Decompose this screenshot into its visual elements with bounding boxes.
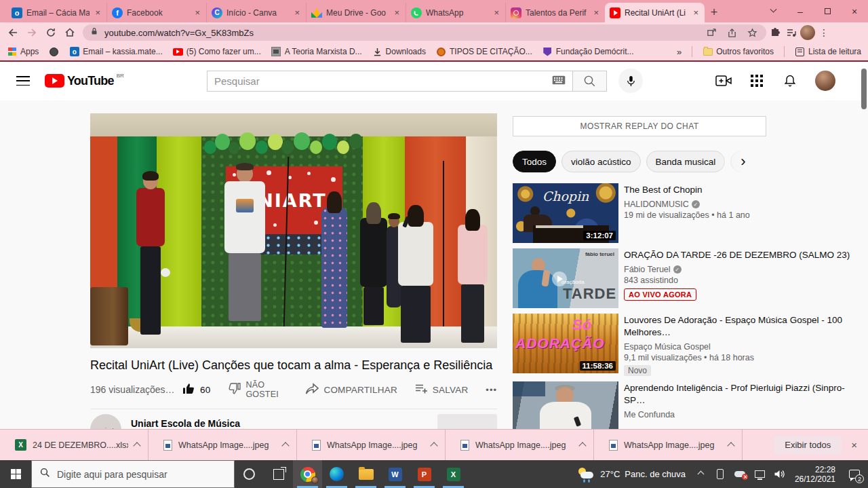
tab-canva[interactable]: C Início - Canva ×: [206, 3, 306, 22]
suggested-video-adoracao[interactable]: Só ADORAÇÃO 11:58:36 Louvores De Adoraçã…: [513, 314, 868, 376]
chip-banda[interactable]: Banda musical: [646, 151, 726, 172]
close-icon[interactable]: ×: [592, 7, 600, 18]
page-scrollbar[interactable]: [861, 62, 867, 429]
tab-instagram[interactable]: Talentos da Perif ×: [505, 3, 605, 22]
suggested-title[interactable]: The Best of Chopin: [624, 184, 852, 196]
download-item-jpeg[interactable]: WhatsApp Image....jpeg: [594, 430, 743, 460]
channel-name[interactable]: Uniart Escola de Música: [131, 418, 240, 429]
taskbar-search[interactable]: [31, 460, 235, 488]
guide-menu-icon[interactable]: [16, 76, 30, 89]
save-button[interactable]: SALVAR: [415, 383, 468, 396]
action-center-button[interactable]: 2: [841, 460, 868, 488]
close-icon[interactable]: ×: [293, 7, 301, 18]
account-avatar[interactable]: [815, 71, 835, 91]
url-text[interactable]: youtube.com/watch?v=Gx_5K83mbZs: [104, 28, 698, 38]
notifications-bell-icon[interactable]: [782, 73, 798, 89]
more-actions-button[interactable]: •••: [486, 385, 497, 395]
browser-profile-avatar[interactable]: [800, 25, 815, 40]
close-icon[interactable]: ×: [692, 7, 700, 18]
volume-icon[interactable]: [774, 468, 785, 480]
video-thumbnail[interactable]: Só ADORAÇÃO 11:58:36: [513, 314, 618, 373]
taskbar-edge[interactable]: [322, 460, 351, 488]
video-thumbnail[interactable]: fábio teruel oraçãoda TARDE: [513, 248, 618, 308]
share-page-icon[interactable]: [724, 25, 739, 40]
other-favorites-button[interactable]: Outros favoritos: [703, 47, 774, 57]
bookmark-citacao[interactable]: TIPOS DE CITAÇÃO...: [436, 47, 532, 57]
tab-youtube-active[interactable]: Recital UniArt (Li ×: [605, 3, 705, 22]
bookmark-apps[interactable]: Apps: [7, 47, 39, 57]
chevron-up-icon[interactable]: [727, 442, 734, 449]
forward-button[interactable]: [23, 24, 41, 41]
suggested-title[interactable]: Aprendendo Inteligência - Prof Pierluigi…: [624, 382, 852, 407]
taskbar-word[interactable]: W: [380, 460, 410, 488]
minimize-button[interactable]: –: [787, 0, 814, 22]
close-icon[interactable]: ×: [393, 7, 401, 18]
taskbar-powerpoint[interactable]: P: [410, 460, 439, 488]
tab-email[interactable]: o Email – Cácia Ma ×: [7, 3, 106, 22]
tray-expand-button[interactable]: [695, 468, 707, 480]
download-item-jpeg[interactable]: WhatsApp Image....jpeg: [446, 430, 594, 460]
tab-facebook[interactable]: f Facebook ×: [106, 3, 206, 22]
taskbar-search-input[interactable]: [57, 469, 226, 480]
video-player[interactable]: UNIART: [90, 113, 497, 348]
start-button[interactable]: [0, 460, 31, 488]
close-icon[interactable]: ×: [94, 7, 102, 18]
video-thumbnail[interactable]: [513, 381, 618, 429]
taskbar-chrome[interactable]: [293, 460, 322, 488]
bookmark-downloads[interactable]: Downloads: [372, 47, 426, 57]
dislike-button[interactable]: NÃO GOSTEI: [228, 380, 288, 399]
address-bar[interactable]: youtube.com/watch?v=Gx_5K83mbZs: [83, 24, 766, 41]
chevron-up-icon[interactable]: [281, 442, 289, 449]
close-icon[interactable]: ×: [492, 7, 500, 18]
taskbar-clock[interactable]: 22:28 26/12/2021: [789, 460, 841, 488]
extensions-icon[interactable]: [768, 25, 783, 40]
search-button[interactable]: [573, 71, 607, 92]
keyboard-icon[interactable]: [552, 75, 566, 88]
taskbar-excel[interactable]: X: [439, 460, 468, 488]
search-box[interactable]: [207, 71, 573, 92]
suggested-channel[interactable]: Espaço Música Gospel: [624, 342, 852, 352]
show-chat-replay-button[interactable]: MOSTRAR REPLAY DO CHAT: [513, 116, 766, 136]
youtube-logo[interactable]: YouTube BR: [45, 74, 124, 88]
reload-button[interactable]: [42, 24, 60, 41]
task-view-button[interactable]: [264, 460, 293, 488]
suggested-channel[interactable]: Me Confunda: [624, 410, 852, 419]
onedrive-error-icon[interactable]: [734, 468, 746, 480]
youtube-apps-grid-icon[interactable]: [749, 73, 765, 89]
close-window-button[interactable]: ×: [841, 0, 868, 22]
browser-menu-icon[interactable]: ⋮: [816, 25, 831, 40]
bookmark-youtube[interactable]: (5) Como fazer um...: [173, 47, 261, 57]
show-all-downloads-button[interactable]: Exibir todos: [774, 436, 842, 455]
search-input[interactable]: [214, 75, 552, 87]
back-button[interactable]: [4, 24, 22, 41]
reading-list-button[interactable]: Lista de leitura: [795, 47, 861, 57]
suggested-channel[interactable]: HALIDONMUSIC✓: [624, 200, 852, 209]
suggested-title[interactable]: ORAÇÃO DA TARDE -26 DE DEZEMBRO (SALMO 2…: [624, 249, 852, 261]
chips-scroll-right-button[interactable]: ›: [732, 151, 754, 172]
bookmark-star-icon[interactable]: [745, 25, 760, 40]
home-button[interactable]: [61, 24, 79, 41]
chevron-up-icon[interactable]: [133, 442, 140, 449]
suggested-channel[interactable]: Fábio Teruel✓: [624, 265, 852, 274]
bookmark-fundacao[interactable]: Fundação Demócrit...: [542, 47, 634, 57]
download-item-xlsx[interactable]: X 24 DE DEZEMBRO....xlsx: [0, 430, 149, 460]
suggested-video-oracao[interactable]: fábio teruel oraçãoda TARDE ORAÇÃO DA TA…: [513, 248, 868, 308]
voice-search-button[interactable]: [618, 69, 643, 93]
subscribed-button[interactable]: [437, 414, 497, 429]
video-thumbnail[interactable]: Chopin 3:12:07: [513, 183, 618, 243]
chip-violao[interactable]: violão acústico: [561, 151, 641, 172]
bookmark-teoria[interactable]: A Teoria Marxista D...: [271, 47, 362, 57]
create-video-icon[interactable]: [715, 73, 732, 89]
close-icon[interactable]: ×: [193, 7, 201, 18]
restore-button[interactable]: [814, 0, 841, 22]
download-item-jpeg[interactable]: WhatsApp Image....jpeg: [149, 430, 297, 460]
weather-widget[interactable]: 27°C Panc. de chuva: [572, 460, 691, 488]
taskbar-explorer[interactable]: [351, 460, 380, 488]
media-controls-icon[interactable]: [784, 25, 799, 40]
chevron-up-icon[interactable]: [578, 442, 586, 449]
channel-avatar[interactable]: uniart: [90, 414, 121, 429]
scrollbar-thumb[interactable]: [861, 69, 867, 109]
chevron-up-icon[interactable]: [430, 442, 437, 449]
send-to-device-icon[interactable]: [704, 25, 719, 40]
close-downloads-bar-button[interactable]: ×: [851, 439, 857, 451]
